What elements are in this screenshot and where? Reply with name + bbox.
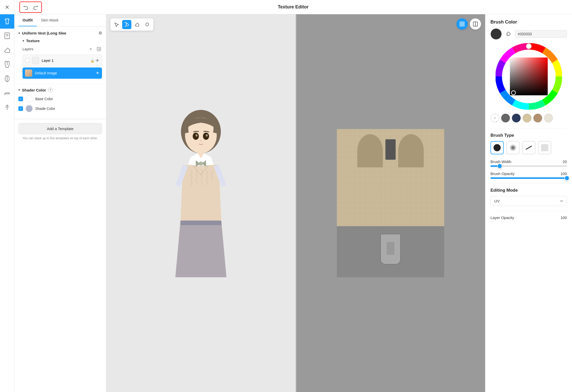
base-color-checkbox[interactable] <box>18 97 23 101</box>
close-button[interactable] <box>0 0 14 14</box>
brush-opacity-label-row: Brush Opacity 100 <box>490 171 567 176</box>
split-view-button[interactable] <box>470 18 481 30</box>
shade-color-label: Shade Color <box>35 107 55 111</box>
brush-width-label: Brush Width <box>490 159 511 164</box>
shader-chevron-icon: ▾ <box>18 88 20 92</box>
sidebar-icon-eraser[interactable] <box>0 43 14 57</box>
add-layer-button[interactable]: + <box>88 46 94 52</box>
tab-outfit[interactable]: Outfit <box>18 14 37 26</box>
undo-button[interactable] <box>22 3 30 11</box>
canvas-toolbar <box>110 18 153 31</box>
layer-item-default[interactable]: Default Image 👁 <box>22 67 102 79</box>
character-preview <box>160 98 242 308</box>
brush-opacity-track[interactable] <box>490 177 567 179</box>
brush-type-hard[interactable] <box>490 141 504 154</box>
layer-item-1[interactable]: Layer 1 🔒 👁 <box>22 55 102 66</box>
brush-type-textured[interactable] <box>538 141 551 154</box>
preset-color-3[interactable] <box>523 114 531 122</box>
svg-rect-27 <box>180 221 221 225</box>
svg-rect-12 <box>460 25 462 26</box>
import-layer-button[interactable] <box>96 46 102 52</box>
help-icon[interactable]: ? <box>48 88 53 92</box>
svg-point-26 <box>203 162 204 163</box>
brush-width-track[interactable] <box>490 165 567 167</box>
fill-tool-button[interactable] <box>143 20 152 29</box>
shader-color-label: Shader Color <box>22 88 46 92</box>
select-tool-button[interactable] <box>112 20 121 29</box>
layers-section: Layers + <box>22 46 102 79</box>
eraser-tool-button[interactable] <box>132 20 142 29</box>
svg-point-24 <box>197 162 198 163</box>
divider-2 <box>490 183 567 184</box>
outfit-header: ▾ Uniform Vest (Long Slee ⚙ <box>18 31 102 36</box>
shader-color-header: ▾ Shader Color ? <box>18 84 102 95</box>
brush-type-line[interactable] <box>522 141 535 154</box>
add-template-button[interactable]: Add a Template <box>18 123 102 134</box>
brush-opacity-fill <box>490 177 567 179</box>
svg-point-25 <box>198 164 199 165</box>
shade-color-swatch[interactable] <box>26 105 33 112</box>
canvas-left <box>106 14 295 392</box>
svg-rect-31 <box>510 57 548 95</box>
canvas-area <box>106 14 485 392</box>
brush-type-title: Brush Type <box>490 133 567 138</box>
brush-tool-button[interactable] <box>122 20 131 29</box>
grid-view-button[interactable] <box>456 18 468 30</box>
left-sidebar <box>0 0 14 392</box>
brush-width-value: 20 <box>563 159 567 164</box>
editing-mode-select[interactable]: UV 3D <box>490 196 567 206</box>
sidebar-icon-torso[interactable] <box>0 72 14 86</box>
sidebar-icon-shoes[interactable] <box>0 86 14 100</box>
add-preset-button[interactable]: + <box>490 114 499 122</box>
eyedropper-button[interactable] <box>504 30 512 38</box>
brush-color-swatch[interactable] <box>490 28 502 40</box>
texture-skirt-piece <box>380 234 401 264</box>
texture-skirt-detail <box>387 242 394 255</box>
brush-opacity-row: Brush Opacity 100 <box>490 171 567 179</box>
editing-mode-section: Editing Mode UV 3D <box>490 188 567 206</box>
layer-opacity-section: Layer Opacity 100 <box>490 215 567 220</box>
base-color-swatch[interactable] <box>26 95 33 102</box>
brush-opacity-value: 100 <box>560 171 567 176</box>
add-template-section: Add a Template You can stack up to five … <box>14 119 106 145</box>
layer-opacity-label: Layer Opacity <box>490 215 514 220</box>
preset-color-4[interactable] <box>533 114 542 122</box>
default-image-name: Default Image <box>35 71 93 75</box>
color-wheel-container[interactable] <box>490 43 567 110</box>
sidebar-icon-pants[interactable] <box>0 57 14 72</box>
canvas-split <box>106 14 485 392</box>
layer-1-checkbox[interactable] <box>25 59 29 63</box>
svg-rect-13 <box>463 25 464 26</box>
lock-icon: 🔒 <box>90 59 95 63</box>
layer-opacity-value: 100 <box>560 215 567 220</box>
brush-width-thumb[interactable] <box>497 164 502 169</box>
settings-icon[interactable]: ⚙ <box>98 31 102 36</box>
brush-type-soft[interactable] <box>506 141 520 154</box>
sidebar-icon-accessory[interactable] <box>0 100 14 114</box>
brush-type-section: Brush Type <box>490 133 567 154</box>
line-brush-icon <box>525 145 532 150</box>
brush-types-row <box>490 141 567 154</box>
layers-label: Layers <box>22 47 33 51</box>
eye-slash-icon: 👁 <box>96 71 99 75</box>
soft-brush-icon <box>509 144 517 151</box>
shade-color-checkbox[interactable] <box>18 106 23 111</box>
sidebar-icon-body[interactable] <box>0 29 14 43</box>
hex-color-value[interactable]: #333333 <box>515 30 567 38</box>
svg-point-29 <box>526 44 531 49</box>
brush-width-label-row: Brush Width 20 <box>490 159 567 164</box>
redo-button[interactable] <box>31 3 39 11</box>
preset-color-2[interactable] <box>512 114 521 122</box>
sidebar-icon-outfit[interactable] <box>0 14 14 29</box>
default-image-icons: 👁 <box>96 71 99 75</box>
preset-color-1[interactable] <box>501 114 510 122</box>
color-wheel[interactable] <box>496 43 562 110</box>
tab-skin-mask[interactable]: Skin Mask <box>37 14 63 26</box>
layer-1-icons: 🔒 👁 <box>90 59 99 63</box>
canvas-toolbar-right <box>456 18 481 30</box>
page-title: Texture Editor <box>278 4 309 10</box>
brush-opacity-thumb[interactable] <box>564 176 569 181</box>
preset-color-5[interactable] <box>544 114 553 122</box>
layer-1-thumb <box>32 57 39 64</box>
top-bar: Texture Editor <box>14 0 572 14</box>
